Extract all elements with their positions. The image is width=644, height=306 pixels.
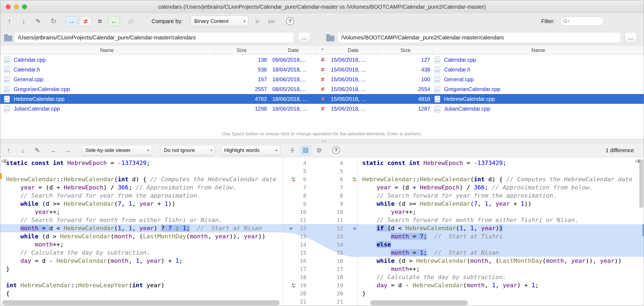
show-difference-filter-icon[interactable]: ≠	[80, 16, 92, 26]
code-line: {	[0, 289, 283, 298]
left-line-number: 8	[303, 192, 306, 200]
file-row[interactable]: General.cpp15718/06/2018,...≠15/06/2018,…	[0, 74, 644, 84]
file-row[interactable]: Calendar.cpp13809/06/2018,...≠15/06/2018…	[0, 55, 644, 65]
left-line-number: 17	[300, 265, 306, 273]
apply-left-icon[interactable]: ←	[50, 143, 58, 157]
code-line: HebrewCalendar::HebrewCalendar(int d) { …	[0, 175, 283, 183]
right-vertical-scrollbar[interactable]	[639, 160, 643, 208]
left-line-number: 11	[300, 216, 306, 224]
code-line: int HebrewCalendar::HebrewLeapYear(int y…	[0, 281, 283, 289]
previous-difference-icon[interactable]: ↑	[4, 143, 13, 157]
file-table-header: NameSizeDate*DateSizeName	[0, 46, 644, 55]
column-header-size[interactable]: Size	[378, 46, 433, 55]
splitter[interactable]	[0, 139, 644, 143]
collapse-unchanged-icon[interactable]	[288, 143, 297, 157]
file-name: JulianCalendar.cpp	[14, 106, 60, 112]
refresh-icon[interactable]: ↻	[50, 13, 58, 29]
left-line-number: 7	[303, 183, 306, 192]
splitter-grip-icon[interactable]	[322, 140, 328, 142]
code-line: day = d - HebrewCalendar(month, 1, year)…	[358, 281, 644, 289]
left-line-number: 20	[300, 289, 306, 298]
diff-operation-icon[interactable]: ≠	[317, 86, 328, 93]
right-code-pane[interactable]: static const int HebrewEpoch = -1373429;…	[358, 157, 644, 306]
gutter-row: 1616	[284, 257, 358, 265]
code-line: month = d < HebrewCalendar(1, 1, year) ?…	[0, 224, 283, 232]
column-header-op[interactable]: *	[317, 46, 328, 55]
synchronize-all-icon: ▶▶	[265, 13, 278, 29]
diff-operation-icon[interactable]: ≠	[317, 95, 328, 102]
change-chevron-icon[interactable]: «	[353, 224, 357, 232]
edit-icon[interactable]: ✎	[34, 13, 42, 29]
right-path-field[interactable]: /Volumes/BOOTCAMP/Calendar_pure2/Calenda…	[338, 32, 621, 43]
diff-operation-icon[interactable]: ≠	[317, 66, 328, 73]
column-header-date[interactable]: Date	[270, 46, 317, 55]
folder-icon	[4, 36, 12, 41]
edit-source-icon[interactable]: ✎	[33, 143, 41, 157]
compare-by-dropdown[interactable]: Binary Content ▾	[191, 16, 248, 27]
file-date-cell: 09/06/2018,...	[270, 57, 317, 63]
file-date-cell: 18/04/2018, ...	[270, 67, 317, 73]
diff-operation-icon[interactable]: ≠	[317, 105, 328, 112]
help-icon[interactable]: ?	[285, 13, 295, 29]
move-up-icon[interactable]: ↑	[5, 13, 13, 29]
file-name: Calendar.cpp	[444, 57, 476, 63]
right-line-number: 17	[337, 265, 343, 273]
cpp-file-icon	[4, 57, 10, 63]
cpp-file-icon	[435, 86, 440, 93]
right-line-number: 18	[337, 273, 343, 281]
ignore-policy-dropdown[interactable]: Do not ignore ▾	[160, 145, 215, 155]
file-row[interactable]: HebrewCalendar.cpp476218/06/2018, ...≠15…	[0, 94, 644, 104]
viewer-mode-dropdown[interactable]: Side-by-side viewer ▾	[82, 145, 152, 155]
left-browse-button[interactable]: ...	[298, 32, 310, 43]
error-stripe-mark[interactable]	[642, 224, 644, 236]
column-header-date[interactable]: Date	[328, 46, 378, 55]
file-name: JulianCalendar.cpp	[444, 106, 490, 112]
gutter-row: 1313	[284, 232, 358, 241]
file-row[interactable]: GregorianCalendar.cpp255708/05/2018,...≠…	[0, 84, 644, 94]
cpp-file-icon	[435, 57, 440, 63]
gutter-row: 1111	[284, 216, 358, 224]
code-line: month = 1; // Start at Nisan	[358, 249, 644, 257]
file-size-cell: 4818	[378, 96, 433, 102]
right-line-number: 14	[337, 241, 343, 249]
right-browse-button[interactable]: ...	[624, 32, 637, 43]
left-line-number: 14	[300, 241, 306, 249]
move-down-icon[interactable]: ↓	[20, 13, 28, 29]
highlight-policy-dropdown[interactable]: Highlight words ▾	[221, 145, 281, 155]
code-line	[0, 167, 283, 175]
gutter-row: 2020	[284, 289, 358, 298]
gear-icon[interactable]	[314, 143, 324, 157]
gutter-row: 88	[284, 192, 358, 200]
file-row[interactable]: Calendar.h53618/04/2018, ...≠15/06/2018,…	[0, 65, 644, 74]
help-icon[interactable]: ?	[331, 143, 341, 157]
left-horizontal-scrollbar[interactable]	[2, 300, 279, 305]
cpp-file-icon	[4, 96, 10, 102]
sync-scrolling-icon[interactable]	[300, 145, 311, 155]
code-line: if (d < HebrewCalendar(1, 1, year))	[358, 224, 644, 232]
change-chevron-icon[interactable]: »	[289, 224, 293, 232]
file-row[interactable]: JulianCalendar.cpp129818/06/2018, ...≠15…	[0, 104, 644, 114]
right-horizontal-scrollbar[interactable]	[370, 300, 468, 305]
diff-operation-icon[interactable]: ≠	[317, 76, 328, 83]
filter-search-input[interactable]	[560, 17, 604, 26]
copy-left-filter-icon[interactable]: ←	[108, 16, 120, 26]
file-name: HebrewCalendar.cpp	[444, 96, 495, 102]
diff-operation-icon[interactable]: ≠	[317, 56, 328, 63]
file-name-cell: HebrewCalendar.cpp	[0, 96, 214, 102]
next-difference-icon[interactable]: ↓	[19, 143, 27, 157]
chevron-down-icon: ▾	[276, 148, 278, 152]
left-code-pane[interactable]: static const int HebrewEpoch = -1373429;…	[0, 157, 284, 306]
column-header-size[interactable]: Size	[214, 46, 270, 55]
eye-icon[interactable]	[1, 159, 8, 164]
apply-right-icon[interactable]: →	[64, 143, 72, 157]
left-path-field[interactable]: /Users/jetbrains/CLionProjects/Calendar_…	[14, 32, 294, 43]
gutter-row: 1818	[284, 273, 358, 281]
column-header-name[interactable]: Name	[433, 46, 644, 55]
file-date-cell: 18/06/2018, ...	[270, 106, 317, 112]
cpp-file-icon	[435, 96, 440, 102]
code-line	[0, 273, 283, 281]
right-line-number: 19	[337, 281, 343, 289]
column-header-name[interactable]: Name	[0, 46, 214, 55]
show-equal-filter-icon[interactable]: =	[94, 13, 105, 29]
copy-right-filter-icon[interactable]: →	[66, 16, 78, 26]
